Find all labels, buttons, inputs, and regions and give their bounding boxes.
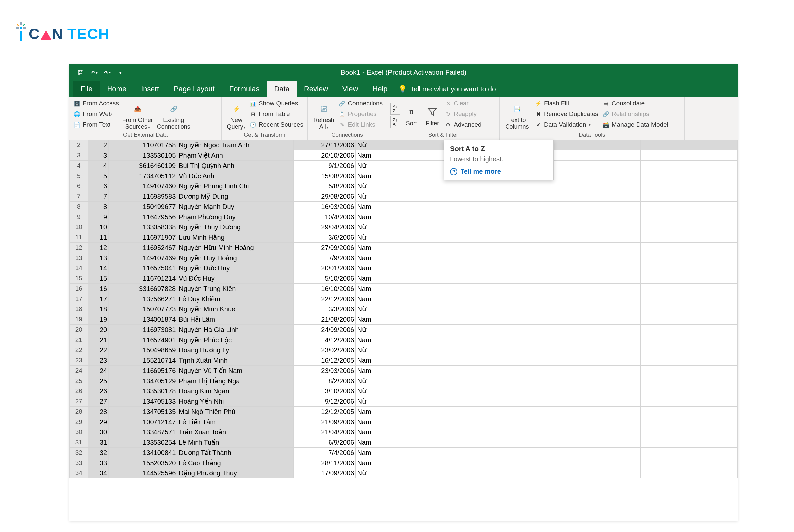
sort-za-button[interactable]: Z↓A [390, 116, 400, 128]
worksheet-grid[interactable]: 22110701758Nguyễn Ngọc Trâm Anh27/11/200… [70, 140, 738, 478]
cell-empty[interactable] [592, 253, 641, 263]
cell[interactable]: 12/12/2005 [293, 407, 356, 417]
cell-empty[interactable] [689, 212, 738, 222]
cell[interactable]: 9/12/2006 [293, 396, 356, 407]
cell-empty[interactable] [689, 458, 738, 468]
cell-empty[interactable] [398, 417, 447, 427]
cell[interactable]: 133530254 [109, 437, 177, 448]
cell[interactable]: 10/4/2006 [293, 212, 356, 222]
table-row[interactable]: 551734705112Vũ Đức Anh15/08/2006Nam [70, 171, 738, 181]
row-header[interactable]: 31 [70, 437, 88, 448]
cell[interactable]: 116952467 [109, 243, 177, 253]
cell[interactable]: Nguyễn Vũ Tiến Nam [177, 366, 294, 376]
cell[interactable]: Đặng Phương Thúy [177, 468, 294, 478]
cell-empty[interactable] [398, 448, 447, 458]
table-row[interactable]: 2727134705133Hoàng Yến Nhi9/12/2006Nữ [70, 396, 738, 407]
tell-me-search[interactable]: 💡 Tell me what you want to do [398, 81, 496, 97]
cell[interactable]: Nguyễn Thùy Dương [177, 222, 294, 232]
edit-links-button[interactable]: ✎Edit Links [338, 120, 384, 129]
table-row[interactable]: 22110701758Nguyễn Ngọc Trâm Anh27/11/200… [70, 140, 738, 150]
cell-empty[interactable] [543, 427, 592, 437]
cell[interactable]: Dương Mỹ Dung [177, 191, 294, 202]
flash-fill-button[interactable]: ⚡Flash Fill [534, 99, 599, 108]
cell[interactable]: Nam [356, 407, 398, 417]
clear-button[interactable]: ✕Clear [444, 99, 482, 108]
cell[interactable]: 3/3/2006 [293, 304, 356, 315]
cell-empty[interactable] [495, 417, 544, 427]
cell[interactable]: 20/10/2006 [293, 150, 356, 161]
cell-empty[interactable] [398, 345, 447, 356]
cell[interactable]: 134001874 [109, 315, 177, 325]
cell[interactable]: 1734705112 [109, 171, 177, 181]
cell[interactable]: Lê Minh Tuấn [177, 437, 294, 448]
row-header[interactable]: 21 [70, 335, 88, 345]
advanced-button[interactable]: ⚙Advanced [444, 120, 482, 129]
cell[interactable]: Mai Ngô Thiên Phú [177, 407, 294, 417]
cell-empty[interactable] [641, 202, 689, 212]
cell[interactable]: 33 [88, 458, 109, 468]
existing-connections-button[interactable]: 🔗 Existing Connections [155, 99, 192, 132]
cell-empty[interactable] [689, 386, 738, 396]
cell[interactable]: Lê Tiến Tâm [177, 417, 294, 427]
table-row[interactable]: 443616460199Bùi Thị Quỳnh Anh9/1/2006Nữ [70, 161, 738, 171]
cell-empty[interactable] [641, 232, 689, 243]
cell[interactable]: 133530105 [109, 150, 177, 161]
cell[interactable]: 15/08/2006 [293, 171, 356, 181]
from-other-sources-button[interactable]: 📥 From Other Sources▾ [121, 99, 154, 132]
row-header[interactable]: 27 [70, 396, 88, 407]
cell-empty[interactable] [495, 376, 544, 386]
cell-empty[interactable] [543, 243, 592, 253]
cell-empty[interactable] [398, 150, 447, 161]
cell-empty[interactable] [689, 140, 738, 150]
from-table-button[interactable]: ⊞From Table [249, 110, 304, 119]
table-row[interactable]: 1717137566271Lê Duy Khiêm22/12/2006Nam [70, 294, 738, 304]
cell-empty[interactable] [689, 181, 738, 191]
cell[interactable]: Nữ [356, 396, 398, 407]
cell[interactable]: 133530178 [109, 386, 177, 396]
cell-empty[interactable] [592, 376, 641, 386]
cell-empty[interactable] [447, 222, 495, 232]
cell-empty[interactable] [447, 181, 495, 191]
cell-empty[interactable] [398, 140, 447, 150]
row-header[interactable]: 30 [70, 427, 88, 437]
cell-empty[interactable] [689, 335, 738, 345]
cell[interactable]: 100712147 [109, 417, 177, 427]
cell-empty[interactable] [398, 191, 447, 202]
cell-empty[interactable] [543, 181, 592, 191]
row-header[interactable]: 9 [70, 212, 88, 222]
cell[interactable]: 116479556 [109, 212, 177, 222]
cell-empty[interactable] [641, 468, 689, 478]
row-header[interactable]: 17 [70, 294, 88, 304]
cell-empty[interactable] [495, 437, 544, 448]
cell-empty[interactable] [689, 376, 738, 386]
cell-empty[interactable] [689, 315, 738, 325]
cell-empty[interactable] [398, 407, 447, 417]
table-row[interactable]: 2424116695176Nguyễn Vũ Tiến Nam23/03/200… [70, 366, 738, 376]
cell-empty[interactable] [447, 366, 495, 376]
cell[interactable]: Vũ Đức Huy [177, 273, 294, 284]
cell[interactable]: Hoàng Kim Ngân [177, 386, 294, 396]
sort-az-button[interactable]: A↓Z [390, 103, 400, 115]
cell[interactable]: 23 [88, 356, 109, 366]
tab-help[interactable]: Help [365, 81, 395, 97]
cell-empty[interactable] [641, 407, 689, 417]
cell-empty[interactable] [447, 315, 495, 325]
cell-empty[interactable] [689, 304, 738, 315]
sort-button[interactable]: ⇅ Sort [401, 99, 421, 132]
cell[interactable]: Nguyễn Phúc Lộc [177, 335, 294, 345]
cell[interactable]: 3316697828 [109, 284, 177, 294]
table-row[interactable]: 1313149107469Nguyễn Huy Hoàng7/9/2006Nam [70, 253, 738, 263]
table-row[interactable]: 1010133058338Nguyễn Thùy Dương29/04/2006… [70, 222, 738, 232]
cell[interactable]: Hoàng Yến Nhi [177, 396, 294, 407]
cell-empty[interactable] [398, 202, 447, 212]
cell-empty[interactable] [592, 181, 641, 191]
cell-empty[interactable] [543, 407, 592, 417]
cell[interactable]: 29/08/2006 [293, 191, 356, 202]
cell[interactable]: 149107469 [109, 253, 177, 263]
cell[interactable]: Lê Duy Khiêm [177, 294, 294, 304]
cell[interactable]: Nam [356, 448, 398, 458]
cell-empty[interactable] [398, 356, 447, 366]
cell-empty[interactable] [543, 315, 592, 325]
recent-sources-button[interactable]: 🕑Recent Sources [249, 120, 304, 129]
cell-empty[interactable] [447, 202, 495, 212]
